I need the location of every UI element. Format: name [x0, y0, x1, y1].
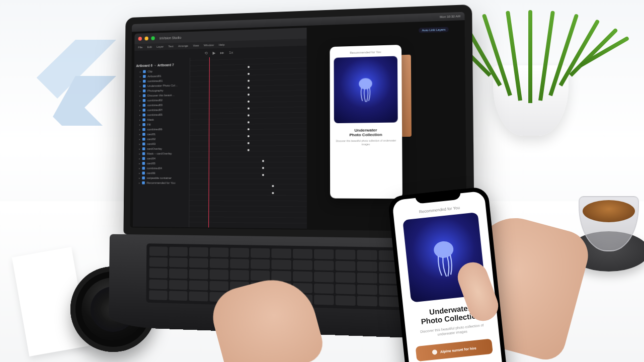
layer-label: card05: [147, 162, 155, 165]
layer-item[interactable]: cardOverlay: [135, 146, 187, 151]
layer-icon: [143, 80, 146, 83]
preview-adjacent-card: [400, 55, 412, 137]
layer-label: Artboard01: [147, 74, 161, 77]
layer-label: card04: [147, 157, 155, 160]
layer-item[interactable]: combined04: [135, 166, 187, 171]
preview-hero-image[interactable]: [334, 56, 398, 123]
jellyfish-icon: [428, 238, 462, 279]
layer-label: Clip: [147, 70, 152, 73]
layer-icon: [142, 152, 145, 155]
layer-icon: [142, 142, 145, 145]
timeline-speed[interactable]: 1x: [229, 50, 233, 54]
layer-icon: [142, 147, 145, 150]
playhead[interactable]: [208, 57, 210, 228]
layer-label: card03: [147, 142, 155, 145]
layer-icon: [143, 84, 146, 87]
layer-label: Mask – cardOverlay: [147, 152, 172, 155]
layer-label: Photography: [147, 89, 164, 92]
layer-label: Fill: [147, 123, 150, 126]
menu-edit[interactable]: Edit: [147, 45, 152, 48]
svg-point-2: [359, 78, 372, 89]
layer-icon: [143, 94, 146, 97]
menubar-clock: Mon 10:32 AM: [440, 15, 460, 19]
layer-label: Discover this beauti…: [147, 94, 175, 97]
laptop-preview-canvas[interactable]: Recommended for You Underwater Photo Col…: [330, 45, 402, 199]
layer-label: combined04: [147, 109, 163, 112]
app-title: InVision Studio: [159, 36, 181, 40]
layer-icon: [142, 176, 145, 179]
layer-icon: [142, 157, 145, 160]
layer-label: card06: [147, 171, 155, 174]
avatar-icon: [432, 349, 437, 355]
plant-leaves: [478, 10, 589, 101]
layer-label: card02: [147, 138, 155, 141]
layer-item[interactable]: Recommended for You: [135, 180, 187, 186]
layer-icon: [143, 70, 146, 73]
layer-icon: [142, 118, 145, 121]
menu-window[interactable]: Window: [204, 44, 214, 47]
menu-view[interactable]: View: [193, 44, 199, 47]
auto-link-layers-badge[interactable]: Auto Link Layers: [419, 27, 449, 33]
layer-item[interactable]: card05: [135, 161, 187, 166]
layer-icon: [143, 75, 146, 78]
jellyfish-icon: [355, 76, 376, 102]
layer-label: Recommended for You: [147, 182, 176, 185]
design-app-window: InVision Studio File Edit Layer Text Arr…: [133, 28, 307, 229]
layer-icon: [142, 133, 145, 136]
layer-item[interactable]: Mask – cardOverlay: [135, 151, 187, 156]
layer-icon: [142, 162, 145, 165]
layer-label: swipeable container: [147, 176, 172, 179]
layer-icon: [143, 99, 146, 102]
artboard-label: Artboard 6 → Artboard 7: [136, 63, 188, 67]
layer-label: combined01: [147, 79, 163, 82]
phone-bottom-label: Alpine sunset for hire: [440, 346, 476, 353]
layer-icon: [143, 104, 146, 107]
preview-title: Underwater Photo Collection: [334, 128, 398, 138]
layer-icon: [142, 138, 145, 141]
maximize-icon[interactable]: [151, 36, 154, 40]
preview-description: Discover this beautiful photo collection…: [334, 139, 398, 146]
layer-label: cardOverlay: [147, 147, 162, 150]
layers-panel[interactable]: Artboard 6 → Artboard 7 ClipArtboard01co…: [133, 58, 190, 227]
layer-label: card01: [147, 133, 155, 136]
layer-label: combined04: [147, 167, 162, 170]
menu-layer[interactable]: Layer: [156, 45, 164, 48]
layer-label: combined02: [147, 99, 163, 102]
menu-file[interactable]: File: [138, 46, 143, 49]
layer-label: combined03: [147, 104, 163, 107]
layer-icon: [142, 182, 145, 185]
layer-item[interactable]: card06: [135, 170, 188, 175]
layer-icon: [142, 123, 145, 126]
layer-icon: [143, 109, 146, 112]
layer-icon: [142, 128, 145, 131]
layer-label: Underwater Photo Col…: [147, 84, 178, 87]
phone-device: Recommended for You Underwater Photo Col…: [387, 187, 508, 362]
layer-label: combined05: [147, 113, 163, 116]
close-icon[interactable]: [138, 37, 142, 41]
layer-icon: [142, 167, 145, 170]
layer-label: combined06: [147, 128, 162, 131]
flutter-logo: [30, 35, 121, 126]
forward-icon[interactable]: ▸▸: [220, 50, 224, 55]
layer-icon: [143, 89, 146, 93]
layer-item[interactable]: swipeable container: [135, 175, 187, 180]
play-icon[interactable]: ▶: [213, 51, 216, 55]
menu-text[interactable]: Text: [168, 45, 173, 48]
menu-arrange[interactable]: Arrange: [178, 44, 188, 47]
phone-bottom-card[interactable]: Alpine sunset for hire: [416, 339, 493, 362]
layer-icon: [142, 171, 145, 174]
preview-recommended-label: Recommended for You: [334, 50, 397, 55]
coffee-liquid: [583, 200, 635, 222]
menu-help[interactable]: Help: [219, 43, 225, 46]
layer-icon: [142, 114, 145, 117]
minimize-icon[interactable]: [144, 37, 148, 41]
layer-item[interactable]: card04: [135, 156, 187, 161]
layer-label: Mask: [147, 118, 154, 121]
timeline-grid[interactable]: [189, 54, 307, 228]
rewind-icon[interactable]: ⟲: [205, 51, 208, 55]
